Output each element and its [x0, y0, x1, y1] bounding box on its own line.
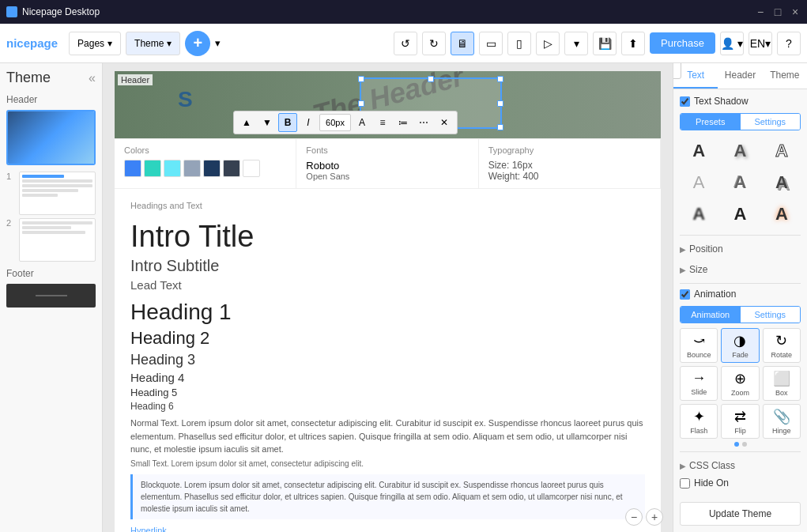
- maximize-button[interactable]: □: [772, 6, 783, 17]
- handle-rc[interactable]: [497, 100, 503, 107]
- tablet-view-button[interactable]: ▭: [479, 32, 503, 55]
- more-view-button[interactable]: ▾: [564, 32, 588, 55]
- right-sidebar: ‹ Text Header Theme Text Shadow Presets …: [673, 63, 807, 532]
- purchase-button[interactable]: Purchase: [650, 32, 715, 54]
- update-theme-button[interactable]: Update Theme: [680, 502, 801, 526]
- style-fire[interactable]: A: [763, 200, 801, 228]
- anim-flash[interactable]: ✦ Flash: [680, 404, 718, 439]
- sidebar-arrow-button[interactable]: ‹: [673, 63, 681, 79]
- publish-button[interactable]: ⬆: [621, 32, 645, 55]
- app-title: Nicepage Desktop: [22, 6, 100, 17]
- page-canvas: Header S The Header: [115, 71, 661, 532]
- page-thumb-2[interactable]: [19, 218, 96, 262]
- move-down-button[interactable]: ▼: [258, 113, 277, 132]
- sidebar-collapse-button[interactable]: «: [89, 71, 96, 85]
- swatch-7[interactable]: [243, 160, 260, 177]
- header-thumbnail[interactable]: [6, 110, 96, 165]
- text-shadow-checkbox[interactable]: [680, 96, 690, 107]
- swatch-3[interactable]: [164, 160, 181, 177]
- css-class-header[interactable]: ▶ CSS Class: [680, 457, 801, 474]
- page-thumb-1-line3: [22, 184, 92, 187]
- style-blur[interactable]: A: [680, 200, 718, 228]
- handle-br[interactable]: [497, 124, 503, 130]
- style-light[interactable]: A: [680, 168, 718, 197]
- animation-tab-animation[interactable]: Animation: [681, 307, 741, 323]
- delete-format-button[interactable]: ✕: [435, 113, 454, 132]
- add-button[interactable]: +: [185, 31, 210, 56]
- anim-rotate[interactable]: ↻ Rotate: [763, 328, 801, 363]
- dot-2[interactable]: [742, 442, 747, 447]
- position-header[interactable]: ▶ Position: [680, 240, 801, 258]
- anim-zoom[interactable]: ⊕ Zoom: [721, 366, 759, 401]
- handle-lc[interactable]: [358, 100, 364, 107]
- text-shadow-row: Text Shadow: [680, 96, 801, 107]
- hyperlink[interactable]: Hyperlink: [130, 526, 645, 533]
- anim-fade[interactable]: ◑ Fade: [721, 328, 759, 363]
- zoom-in-button[interactable]: +: [646, 508, 663, 526]
- italic-button[interactable]: I: [299, 113, 318, 132]
- save-button[interactable]: 💾: [593, 32, 617, 55]
- dot-1[interactable]: [734, 442, 739, 447]
- page-item-1: 1: [6, 172, 96, 215]
- language-button[interactable]: EN ▾: [749, 32, 772, 55]
- page-thumb-1[interactable]: [19, 172, 96, 215]
- anim-box[interactable]: ⬜ Box: [763, 366, 801, 401]
- sidebar-header: Theme «: [6, 70, 96, 86]
- swatch-5[interactable]: [203, 160, 221, 177]
- font-size-input[interactable]: [319, 114, 351, 131]
- bold-button[interactable]: B: [278, 113, 297, 132]
- swatch-6[interactable]: [223, 160, 240, 177]
- anim-slide[interactable]: → Slide: [680, 366, 718, 401]
- move-up-button[interactable]: ▲: [237, 113, 256, 132]
- style-emboss[interactable]: A: [721, 168, 759, 197]
- align-button[interactable]: ≡: [373, 113, 392, 132]
- hide-on-checkbox[interactable]: [680, 478, 690, 489]
- size-header[interactable]: ▶ Size: [680, 261, 801, 278]
- handle-tr[interactable]: [497, 76, 503, 82]
- intro-title: Intro Title: [130, 220, 645, 254]
- account-button[interactable]: 👤 ▾: [720, 32, 744, 55]
- theme-button[interactable]: Theme ▾: [126, 32, 180, 55]
- swatch-2[interactable]: [144, 160, 161, 177]
- anim-bounce[interactable]: ⤻ Bounce: [680, 328, 718, 363]
- more-format-button[interactable]: ⋯: [414, 113, 433, 132]
- blockquote: Blockquote. Lorem ipsum dolor sit amet, …: [130, 474, 645, 519]
- font-primary: Roboto: [306, 160, 468, 172]
- pages-button[interactable]: Pages ▾: [69, 32, 121, 55]
- page-thumb-1-line1: [22, 175, 64, 178]
- anim-flip[interactable]: ⇄ Flip: [721, 404, 759, 439]
- animation-checkbox[interactable]: [680, 289, 690, 300]
- anim-hinge[interactable]: 📎 Hinge: [763, 404, 801, 439]
- style-outline[interactable]: A: [763, 137, 801, 165]
- tab-theme[interactable]: Theme: [763, 63, 807, 89]
- style-gloss[interactable]: A: [721, 200, 759, 228]
- fonts-title: Fonts: [306, 145, 468, 155]
- swatch-1[interactable]: [124, 160, 141, 177]
- swatch-4[interactable]: [183, 160, 201, 177]
- handle-tl[interactable]: [358, 76, 364, 82]
- list-button[interactable]: ≔: [394, 113, 413, 132]
- close-button[interactable]: ×: [790, 6, 801, 17]
- colors-title: Colors: [124, 145, 286, 155]
- undo-button[interactable]: ↺: [394, 32, 417, 55]
- lead-text: Lead Text: [130, 278, 645, 292]
- help-button[interactable]: ?: [777, 32, 801, 55]
- footer-thumbnail[interactable]: [6, 284, 96, 308]
- minimize-button[interactable]: −: [755, 6, 766, 17]
- mobile-view-button[interactable]: ▯: [507, 32, 531, 55]
- font-color-button[interactable]: A: [353, 113, 371, 132]
- animation-tab-settings[interactable]: Settings: [741, 307, 801, 323]
- style-normal[interactable]: A: [680, 137, 718, 165]
- tab-header[interactable]: Header: [718, 63, 762, 89]
- style-shadow[interactable]: A: [721, 137, 759, 165]
- style-3d[interactable]: A: [763, 168, 801, 197]
- zoom-out-button[interactable]: −: [625, 508, 643, 526]
- handle-tc[interactable]: [428, 76, 434, 82]
- presets-tab[interactable]: Presets: [681, 114, 741, 130]
- preview-button[interactable]: ▷: [536, 32, 560, 55]
- animation-checkbox-row: Animation: [680, 289, 801, 300]
- footer-section-label: Footer: [6, 268, 96, 279]
- desktop-view-button[interactable]: 🖥: [451, 32, 474, 55]
- settings-tab[interactable]: Settings: [741, 114, 801, 130]
- redo-button[interactable]: ↻: [422, 32, 446, 55]
